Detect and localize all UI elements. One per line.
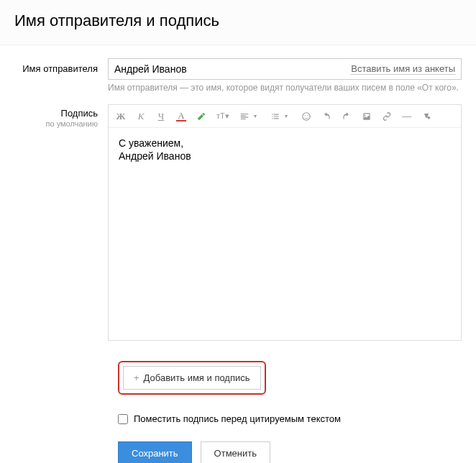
image-icon[interactable] bbox=[362, 111, 372, 122]
svg-point-2 bbox=[307, 115, 308, 116]
button-row: Сохранить Отменить bbox=[118, 441, 462, 463]
italic-icon[interactable]: К bbox=[136, 111, 146, 121]
cancel-button[interactable]: Отменить bbox=[201, 441, 270, 463]
clear-format-icon[interactable] bbox=[422, 111, 432, 122]
place-before-quote-label: Поместить подпись перед цитируемым текст… bbox=[134, 413, 341, 424]
sender-row: Имя отправителя Вставить имя из анкеты И… bbox=[14, 58, 462, 93]
page-title: Имя отправителя и подпись bbox=[14, 12, 462, 30]
page-header: Имя отправителя и подпись bbox=[0, 0, 476, 45]
text-color-icon[interactable]: А bbox=[176, 111, 186, 122]
list-icon[interactable]: ▾ bbox=[270, 111, 291, 122]
signature-textarea[interactable]: С уважением,Андрей Иванов bbox=[109, 128, 461, 340]
undo-icon[interactable] bbox=[321, 111, 331, 122]
add-signature-button[interactable]: + Добавить имя и подпись bbox=[123, 366, 261, 390]
signature-content: С уважением,Андрей Иванов bbox=[119, 137, 191, 162]
redo-icon[interactable] bbox=[342, 111, 352, 122]
editor-toolbar: Ж К Ч А тТ▾ ▾ ▾ bbox=[109, 105, 461, 128]
add-signature-label: Добавить имя и подпись bbox=[144, 372, 250, 383]
sender-hint: Имя отправителя — это имя, которое видят… bbox=[108, 83, 462, 93]
add-signature-highlight: + Добавить имя и подпись bbox=[118, 361, 266, 395]
align-icon[interactable]: ▾ bbox=[239, 111, 260, 122]
emoji-icon[interactable] bbox=[301, 111, 311, 122]
content-area: Имя отправителя Вставить имя из анкеты И… bbox=[0, 45, 476, 463]
signature-editor: Ж К Ч А тТ▾ ▾ ▾ bbox=[108, 104, 462, 341]
signature-row: Подпись по умолчанию Ж К Ч А тТ▾ ▾ bbox=[14, 104, 462, 341]
place-before-quote-checkbox[interactable] bbox=[118, 414, 128, 424]
sender-name-input[interactable] bbox=[114, 63, 351, 75]
link-icon[interactable] bbox=[382, 111, 392, 122]
actions-area: + Добавить имя и подпись Поместить подпи… bbox=[118, 361, 462, 463]
font-size-icon[interactable]: тТ▾ bbox=[216, 112, 229, 120]
sender-input-wrap: Вставить имя из анкеты bbox=[108, 58, 462, 80]
highlight-icon[interactable] bbox=[196, 111, 206, 122]
sender-label: Имя отправителя bbox=[22, 63, 98, 74]
underline-icon[interactable]: Ч bbox=[156, 111, 166, 121]
divider-icon[interactable]: — bbox=[402, 111, 412, 121]
signature-label-sub: по умолчанию bbox=[14, 119, 98, 129]
svg-point-0 bbox=[303, 112, 311, 120]
place-before-quote-row: Поместить подпись перед цитируемым текст… bbox=[118, 413, 462, 424]
insert-from-profile-link[interactable]: Вставить имя из анкеты bbox=[351, 63, 455, 75]
svg-point-1 bbox=[304, 115, 305, 116]
plus-icon: + bbox=[134, 372, 139, 383]
bold-icon[interactable]: Ж bbox=[116, 111, 126, 121]
save-button[interactable]: Сохранить bbox=[118, 441, 192, 463]
signature-label: Подпись bbox=[14, 108, 98, 119]
